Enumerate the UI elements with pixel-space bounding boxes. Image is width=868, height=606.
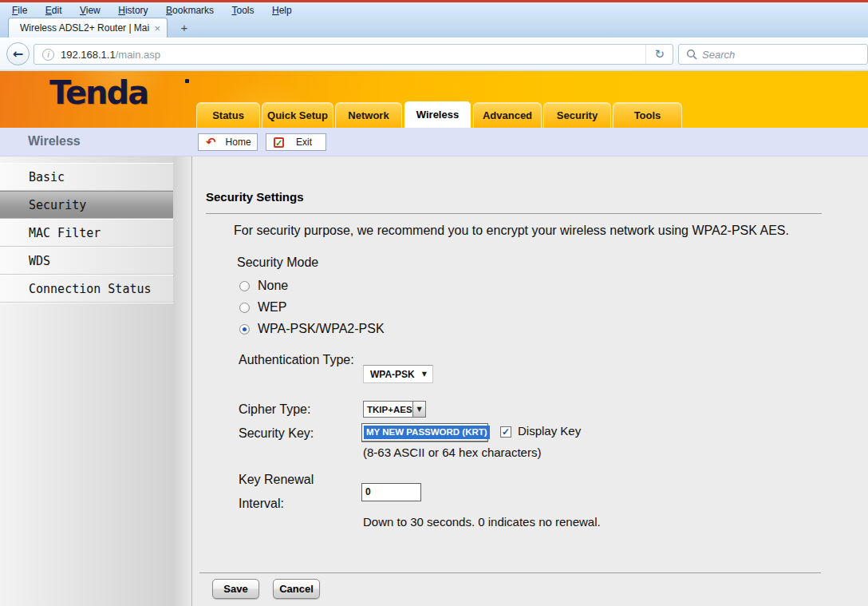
menu-history[interactable]: History (111, 3, 155, 16)
home-button[interactable]: ↶ Home (198, 133, 258, 151)
security-key-input[interactable]: MY NEW PASSWORD (KRT) (361, 423, 488, 442)
sidebar-item-mac-filter[interactable]: MAC Filter (0, 219, 173, 247)
menu-bar: File Edit View History Bookmarks Tools H… (0, 2, 868, 17)
buttons-divider (199, 572, 821, 573)
menu-tools[interactable]: Tools (225, 3, 262, 16)
exit-check-icon: ✓ (274, 137, 284, 148)
radio-wpa-psk-control (239, 324, 250, 335)
key-renewal-input[interactable]: 0 (361, 483, 421, 501)
radio-wep[interactable]: WEP (239, 299, 286, 315)
auth-type-select[interactable]: WPA-PSK ▼ (363, 365, 433, 383)
sidebar-item-wds[interactable]: WDS (0, 247, 173, 275)
home-arrow-icon: ↶ (206, 135, 216, 149)
search-icon (686, 49, 697, 60)
menu-help[interactable]: Help (265, 3, 299, 16)
url-path: /main.asp (116, 49, 646, 61)
exit-button[interactable]: ✓ Exit (266, 133, 326, 151)
intro-text: For security purpose, we recommend you t… (234, 224, 789, 238)
main-content: Security Settings For security purpose, … (191, 156, 868, 606)
radio-none-label: None (258, 279, 288, 293)
sidebar-item-basic[interactable]: Basic (0, 163, 173, 191)
body-area: Basic Security MAC Filter WDS Connection… (0, 156, 868, 606)
save-button[interactable]: Save (212, 579, 259, 599)
nav-tab-security[interactable]: Security (543, 102, 611, 128)
menu-edit[interactable]: Edit (38, 3, 69, 16)
radio-wep-control (239, 303, 250, 313)
display-key-checkbox[interactable]: ✓ (500, 426, 511, 438)
cipher-type-select[interactable]: TKIP+AES ▼ (363, 401, 426, 418)
sidebar-gap (173, 156, 191, 606)
security-key-selected-text: MY NEW PASSWORD (KRT) (364, 426, 490, 439)
sidebar-item-connection-status[interactable]: Connection Status (0, 275, 173, 303)
auth-type-value: WPA-PSK (364, 369, 422, 380)
exit-button-label: Exit (294, 137, 326, 148)
navigation-bar: ← i 192.168.1.1/main.asp ↻ Search (0, 38, 868, 70)
new-tab-button[interactable]: + (174, 20, 195, 36)
radio-wep-label: WEP (258, 300, 286, 315)
radio-none-control (239, 281, 250, 291)
browser-tab[interactable]: Wireless ADSL2+ Router | Main × (8, 18, 168, 38)
security-key-label: Security Key: (239, 422, 314, 446)
section-header-bar: Wireless ↶ Home ✓ Exit (0, 128, 868, 156)
display-key-label: Display Key (518, 424, 581, 438)
sidebar: Basic Security MAC Filter WDS Connection… (0, 156, 173, 606)
cancel-button[interactable]: Cancel (273, 579, 320, 599)
sidebar-item-security[interactable]: Security (0, 191, 173, 219)
nav-tab-quick-setup[interactable]: Quick Setup (262, 102, 333, 128)
nav-tab-wireless[interactable]: Wireless (404, 101, 471, 128)
radio-wpa-psk-label: WPA-PSK/WPA2-PSK (258, 322, 385, 336)
back-arrow-icon: ← (13, 46, 23, 61)
nav-tab-network[interactable]: Network (335, 102, 402, 128)
title-divider (206, 213, 822, 214)
info-icon[interactable]: i (42, 49, 54, 61)
nav-tab-advanced[interactable]: Advanced (473, 102, 542, 128)
nav-tab-tools[interactable]: Tools (613, 102, 682, 128)
menu-file[interactable]: File (5, 3, 34, 16)
browser-tab-title: Wireless ADSL2+ Router | Main (20, 22, 149, 34)
sidebar-filler (0, 303, 173, 606)
tenda-logo: Tenda (49, 74, 148, 111)
chevron-down-icon: ▼ (422, 370, 427, 378)
search-placeholder: Search (702, 49, 735, 61)
section-title: Wireless (28, 134, 81, 149)
cipher-type-label: Cipher Type: (239, 398, 310, 422)
cipher-select-arrow-button: ▼ (412, 402, 425, 417)
key-renewal-label: Key Renewal Interval: (239, 468, 342, 516)
radio-wpa-psk[interactable]: WPA-PSK/WPA2-PSK (239, 321, 385, 337)
menu-bookmarks[interactable]: Bookmarks (159, 3, 221, 16)
logo-trademark-dot (185, 79, 189, 83)
security-key-hint: (8-63 ASCII or 64 hex characters) (363, 441, 541, 465)
search-input[interactable]: Search (678, 44, 868, 65)
page-title: Security Settings (206, 190, 304, 204)
radio-none[interactable]: None (239, 278, 288, 294)
menu-view[interactable]: View (73, 3, 108, 16)
tab-bar: Wireless ADSL2+ Router | Main × + (0, 17, 868, 38)
cipher-type-value: TKIP+AES (364, 405, 412, 414)
url-bar[interactable]: i 192.168.1.1/main.asp ↻ (34, 44, 673, 65)
url-host: 192.168.1.1 (61, 49, 116, 61)
security-mode-label: Security Mode (237, 255, 318, 270)
back-button[interactable]: ← (6, 42, 30, 65)
chevron-down-icon: ▼ (416, 406, 421, 413)
home-button-label: Home (226, 137, 262, 148)
reload-icon[interactable]: ↻ (645, 45, 673, 64)
nav-tab-status[interactable]: Status (196, 102, 260, 128)
brand-banner: Tenda Status Quick Setup Network Wireles… (0, 70, 868, 128)
auth-type-label: Authentication Type: (239, 348, 358, 372)
screen: File Edit View History Bookmarks Tools H… (0, 0, 868, 606)
key-renewal-hint: Down to 30 seconds. 0 indicates no renew… (363, 510, 626, 534)
close-icon[interactable]: × (154, 22, 160, 34)
